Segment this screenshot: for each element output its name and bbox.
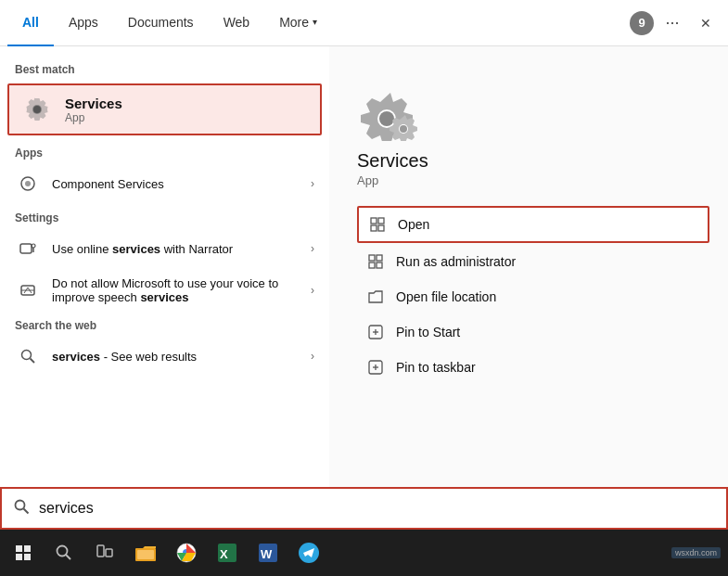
svg-rect-18 [378, 225, 384, 231]
svg-rect-34 [24, 554, 31, 560]
apps-label: Apps [0, 139, 329, 163]
detail-sub: App [357, 173, 709, 187]
svg-rect-19 [369, 255, 375, 261]
tab-all[interactable]: All [7, 0, 54, 46]
search-web-label: Search the web [0, 312, 329, 336]
svg-point-14 [400, 125, 407, 133]
tab-bar: All Apps Documents Web More ▾ 9 ··· ✕ [0, 0, 728, 46]
svg-point-1 [33, 106, 41, 113]
svg-rect-4 [20, 244, 32, 253]
tab-controls: 9 ··· ✕ [630, 8, 721, 38]
taskbar-excel[interactable]: X [208, 533, 247, 572]
svg-rect-22 [377, 262, 382, 268]
settings-label: Settings [0, 204, 329, 228]
narrator-icon [15, 236, 41, 262]
taskbar-word[interactable]: W [249, 533, 287, 572]
pin-to-taskbar-action[interactable]: Pin to taskbar [357, 351, 709, 384]
tab-apps[interactable]: Apps [54, 0, 113, 46]
best-match-item[interactable]: Services App [7, 83, 322, 135]
pin-taskbar-icon [366, 358, 385, 377]
tab-documents[interactable]: Documents [113, 0, 209, 46]
open-action[interactable]: Open [357, 206, 709, 243]
ellipsis-icon: ··· [665, 13, 679, 32]
open-file-location-label: Open file location [396, 289, 496, 304]
speech-services-item[interactable]: Do not allow Microsoft to use your voice… [0, 269, 329, 312]
pin-to-taskbar-label: Pin to taskbar [396, 360, 476, 375]
svg-point-35 [57, 546, 68, 557]
task-view-button[interactable] [85, 533, 124, 572]
chevron-right-icon-4: › [311, 350, 314, 363]
admin-icon [366, 252, 385, 271]
search-input[interactable] [39, 500, 715, 517]
open-file-location-action[interactable]: Open file location [357, 280, 709, 314]
narrator-services-label: Use online services with Narrator [52, 242, 300, 256]
web-search-item[interactable]: services - See web results › [0, 336, 329, 377]
taskbar-file-explorer[interactable] [126, 533, 165, 572]
chevron-down-icon: ▾ [313, 17, 317, 27]
taskbar-chrome[interactable] [167, 533, 206, 572]
svg-point-3 [25, 181, 31, 186]
detail-title: Services [357, 150, 709, 172]
svg-rect-20 [369, 262, 375, 268]
svg-line-36 [66, 555, 70, 559]
svg-rect-21 [377, 255, 382, 261]
tab-web[interactable]: Web [209, 0, 265, 46]
svg-rect-32 [24, 545, 31, 552]
component-services-item[interactable]: Component Services › [0, 163, 329, 204]
svg-rect-16 [371, 225, 377, 231]
chevron-right-icon: › [311, 177, 314, 190]
web-search-icon [15, 343, 41, 369]
best-match-title: Services [65, 96, 122, 111]
open-icon [368, 215, 387, 234]
services-detail-icon [357, 74, 424, 141]
best-match-label: Best match [0, 56, 329, 80]
chevron-right-icon-2: › [311, 242, 314, 255]
taskbar-right: wsxdn.com [668, 547, 724, 558]
speech-icon [15, 277, 41, 303]
search-bar-icon [13, 498, 30, 518]
svg-line-10 [31, 359, 35, 364]
run-as-admin-label: Run as administrator [396, 254, 516, 269]
svg-rect-40 [137, 550, 154, 559]
pin-to-start-action[interactable]: Pin to Start [357, 315, 709, 349]
component-services-label: Component Services [52, 177, 300, 191]
services-app-icon [20, 93, 54, 126]
svg-point-9 [22, 351, 32, 360]
taskbar-search-icon[interactable] [45, 533, 83, 572]
narrator-services-item[interactable]: Use online services with Narrator › [0, 228, 329, 269]
folder-icon [366, 288, 385, 306]
taskbar: X W wsxdn.com [0, 530, 728, 576]
svg-point-5 [32, 244, 35, 248]
svg-rect-15 [371, 218, 377, 224]
action-list: Open Run as administrator [357, 206, 709, 384]
svg-rect-37 [97, 545, 104, 557]
svg-rect-33 [16, 554, 22, 560]
svg-line-30 [24, 509, 29, 514]
pin-to-start-label: Pin to Start [396, 325, 460, 339]
web-search-label: services - See web results [52, 350, 300, 364]
pin-start-icon [366, 323, 385, 341]
search-bar[interactable] [0, 487, 728, 530]
svg-point-29 [16, 501, 25, 510]
run-as-admin-action[interactable]: Run as administrator [357, 245, 709, 278]
svg-rect-17 [378, 218, 384, 224]
component-services-icon [15, 171, 41, 197]
tab-more[interactable]: More ▾ [264, 0, 332, 46]
start-button[interactable] [4, 533, 43, 572]
result-count-badge: 9 [630, 11, 654, 35]
svg-text:W: W [261, 547, 273, 561]
svg-rect-31 [16, 545, 22, 552]
svg-text:X: X [220, 547, 228, 561]
speech-services-label: Do not allow Microsoft to use your voice… [52, 276, 300, 304]
close-icon: ✕ [700, 16, 711, 31]
svg-point-12 [379, 111, 394, 126]
best-match-sub: App [65, 111, 122, 124]
more-options-button[interactable]: ··· [658, 8, 687, 38]
taskbar-telegram[interactable] [289, 533, 328, 572]
open-label: Open [398, 217, 429, 232]
close-button[interactable]: ✕ [691, 8, 721, 38]
wsxdn-watermark: wsxdn.com [671, 547, 721, 558]
chevron-right-icon-3: › [311, 284, 314, 297]
svg-rect-38 [106, 549, 112, 557]
